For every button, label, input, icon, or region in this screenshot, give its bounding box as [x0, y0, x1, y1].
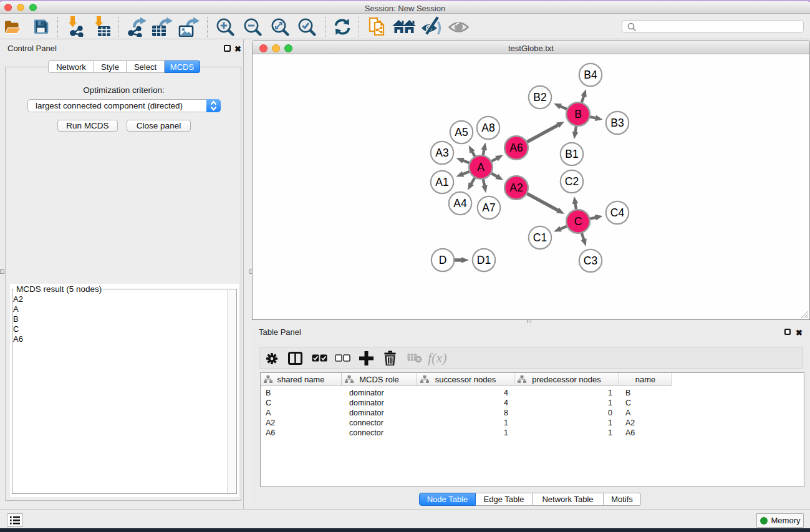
svg-text:B2: B2 — [533, 91, 546, 104]
svg-text:A6: A6 — [509, 142, 523, 154]
svg-text:A1: A1 — [435, 176, 448, 188]
svg-text:A8: A8 — [481, 122, 494, 134]
svg-text:A5: A5 — [455, 126, 468, 138]
svg-text:A2: A2 — [509, 181, 523, 194]
svg-text:C: C — [574, 215, 582, 228]
svg-text:B1: B1 — [565, 148, 578, 160]
svg-text:C3: C3 — [584, 254, 597, 267]
svg-text:A3: A3 — [435, 147, 448, 159]
svg-text:A7: A7 — [482, 201, 495, 214]
svg-text:D1: D1 — [477, 254, 491, 266]
svg-text:B3: B3 — [610, 117, 624, 129]
svg-text:D: D — [439, 254, 447, 266]
svg-text:A: A — [477, 161, 485, 173]
svg-text:B4: B4 — [584, 69, 597, 81]
svg-text:C1: C1 — [533, 231, 547, 244]
svg-text:C4: C4 — [610, 206, 625, 219]
svg-text:B: B — [574, 108, 582, 120]
svg-text:A4: A4 — [453, 197, 467, 210]
svg-text:C2: C2 — [565, 175, 579, 188]
